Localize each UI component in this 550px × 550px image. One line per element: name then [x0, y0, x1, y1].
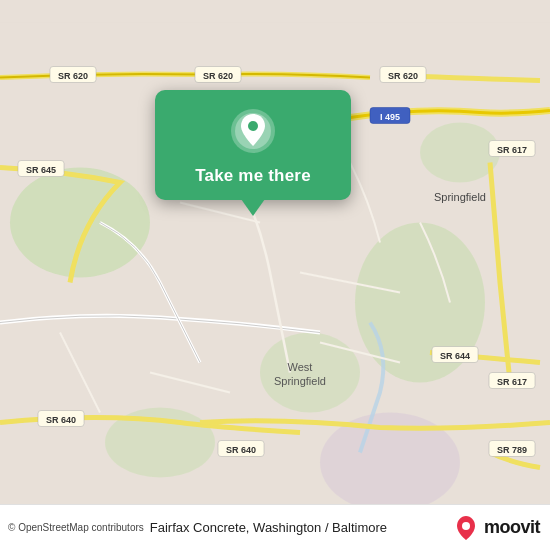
svg-point-35 — [462, 522, 470, 530]
svg-point-4 — [420, 123, 500, 183]
location-label: Fairfax Concrete, Washington / Baltimore — [150, 520, 452, 535]
svg-text:SR 620: SR 620 — [58, 71, 88, 81]
svg-point-34 — [248, 121, 258, 131]
map-attribution: © OpenStreetMap contributors — [8, 522, 144, 533]
svg-text:SR 640: SR 640 — [226, 445, 256, 455]
svg-text:Springfield: Springfield — [274, 375, 326, 387]
location-pin-icon — [228, 106, 278, 156]
svg-text:SR 620: SR 620 — [203, 71, 233, 81]
svg-text:SR 789: SR 789 — [497, 445, 527, 455]
svg-text:SR 617: SR 617 — [497, 145, 527, 155]
take-me-there-button[interactable]: Take me there — [195, 166, 311, 186]
bottom-bar: © OpenStreetMap contributors Fairfax Con… — [0, 504, 550, 550]
moovit-pin-icon — [452, 514, 480, 542]
svg-point-3 — [260, 333, 360, 413]
svg-text:SR 640: SR 640 — [46, 415, 76, 425]
moovit-logo: moovit — [452, 514, 540, 542]
svg-text:SR 617: SR 617 — [497, 377, 527, 387]
popup-card: Take me there — [155, 90, 351, 200]
moovit-brand-text: moovit — [484, 517, 540, 538]
map-background: SR 620 SR 620 SR 620 SR 645 SR 617 I 495… — [0, 0, 550, 550]
svg-text:SR 644: SR 644 — [440, 351, 470, 361]
svg-text:I 495: I 495 — [380, 112, 400, 122]
map-container: SR 620 SR 620 SR 620 SR 645 SR 617 I 495… — [0, 0, 550, 550]
svg-text:Springfield: Springfield — [434, 191, 486, 203]
svg-text:SR 620: SR 620 — [388, 71, 418, 81]
svg-point-1 — [10, 168, 150, 278]
svg-text:SR 645: SR 645 — [26, 165, 56, 175]
svg-text:West: West — [288, 361, 313, 373]
